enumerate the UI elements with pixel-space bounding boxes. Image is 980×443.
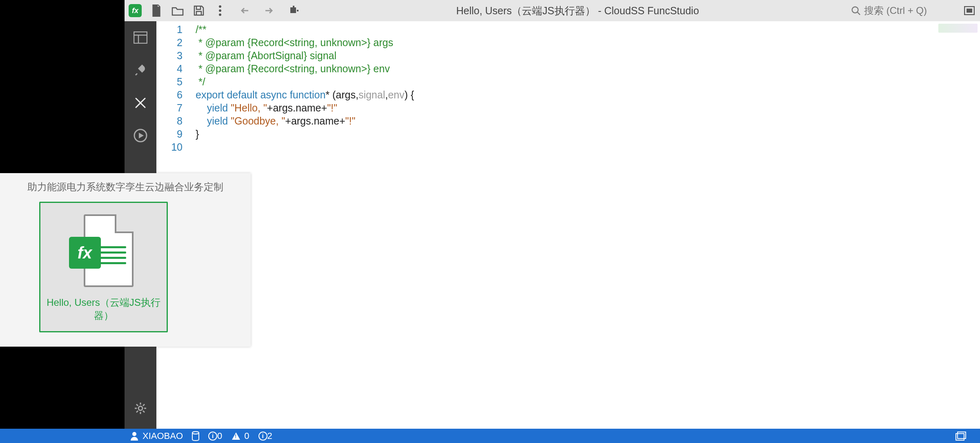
fullscreen-icon[interactable] — [959, 0, 980, 21]
line-number: 7 — [156, 101, 188, 114]
app-logo-icon[interactable]: fx — [129, 4, 142, 17]
svg-line-4 — [858, 12, 860, 15]
file-fx-icon: fx — [73, 214, 134, 288]
search-box[interactable] — [851, 5, 950, 16]
status-warn[interactable]: 0 — [231, 431, 249, 441]
code-line[interactable]: * @param {AbortSignal} signal — [196, 49, 978, 62]
svg-rect-6 — [967, 9, 972, 13]
code-line[interactable]: * @param {Record<string, unknown>} env — [196, 62, 978, 75]
template-card[interactable]: fx Hello, Users（云端JS执行器） — [39, 202, 168, 332]
warn-icon — [231, 431, 241, 441]
user-icon — [129, 431, 139, 441]
window-title: Hello, Users（云端JS执行器） - CloudSS FuncStud… — [304, 4, 851, 18]
code-area[interactable]: /** * @param {Record<string, unknown>} a… — [196, 23, 978, 154]
redo-icon[interactable] — [257, 0, 278, 21]
statusbar-extend — [0, 429, 125, 443]
top-toolbar: fx Hello, Users（云端JS执行器） - CloudSS FuncS… — [125, 0, 980, 21]
svg-point-0 — [219, 5, 221, 8]
minimap[interactable] — [938, 24, 978, 33]
hint-icon: i — [258, 432, 267, 441]
status-user[interactable]: XIAOBAO — [129, 431, 183, 441]
template-card-label: Hello, Users（云端JS执行器） — [40, 296, 167, 323]
status-user-name: XIAOBAO — [143, 431, 183, 441]
line-number: 5 — [156, 75, 188, 88]
status-bar: XIAOBAO i 0 0 i 2 — [125, 429, 980, 443]
svg-point-2 — [219, 13, 221, 16]
video-letterbox-top — [0, 0, 125, 173]
line-number: 10 — [156, 140, 188, 154]
rail-tools-icon[interactable] — [125, 87, 156, 119]
code-line[interactable]: yield "Goodbye, "+args.name+"!" — [196, 114, 978, 127]
more-menu-icon[interactable] — [209, 0, 231, 21]
line-number: 3 — [156, 49, 188, 62]
svg-rect-7 — [134, 32, 147, 43]
code-line[interactable]: /** — [196, 23, 978, 36]
status-hint[interactable]: i 2 — [258, 431, 272, 441]
rail-settings-icon[interactable] — [125, 392, 156, 425]
save-icon[interactable] — [188, 0, 209, 21]
info-icon: i — [208, 432, 217, 441]
line-number: 6 — [156, 88, 188, 101]
code-line[interactable] — [196, 140, 978, 154]
search-icon — [851, 6, 861, 16]
status-hint-count: 2 — [267, 431, 272, 441]
code-line[interactable]: } — [196, 127, 978, 140]
new-file-icon[interactable] — [146, 0, 167, 21]
extension-icon[interactable] — [283, 0, 304, 21]
svg-point-3 — [852, 7, 858, 13]
code-line[interactable]: * @param {Record<string, unknown>} args — [196, 36, 978, 49]
status-info-count: 0 — [217, 431, 222, 441]
line-number: 2 — [156, 36, 188, 49]
status-info[interactable]: i 0 — [208, 431, 222, 441]
code-editor[interactable]: 12345678910 /** * @param {Record<string,… — [156, 21, 980, 429]
line-number: 4 — [156, 62, 188, 75]
rail-plug-icon[interactable] — [125, 54, 156, 87]
status-storage-icon[interactable] — [192, 431, 199, 441]
status-windows-icon[interactable] — [956, 432, 966, 441]
undo-icon[interactable] — [236, 0, 257, 21]
line-number: 9 — [156, 127, 188, 140]
open-folder-icon[interactable] — [167, 0, 188, 21]
svg-point-13 — [192, 432, 199, 434]
line-number: 8 — [156, 114, 188, 127]
rail-run-icon[interactable] — [125, 119, 156, 152]
template-popup: 助力能源电力系统数字孪生云边融合业务定制 fx Hello, Users（云端J… — [0, 173, 251, 347]
status-warn-count: 0 — [244, 431, 249, 441]
search-input[interactable] — [864, 5, 950, 16]
code-line[interactable]: */ — [196, 75, 978, 88]
code-line[interactable]: yield "Hello, "+args.name+"!" — [196, 101, 978, 114]
rail-overview-icon[interactable] — [125, 21, 156, 54]
svg-point-1 — [219, 9, 221, 12]
code-line[interactable]: export default async function* (args,sig… — [196, 88, 978, 101]
svg-point-12 — [132, 432, 136, 436]
popup-subtitle: 助力能源电力系统数字孪生云边融合业务定制 — [11, 180, 239, 194]
line-number: 1 — [156, 23, 188, 36]
svg-point-11 — [138, 406, 143, 410]
